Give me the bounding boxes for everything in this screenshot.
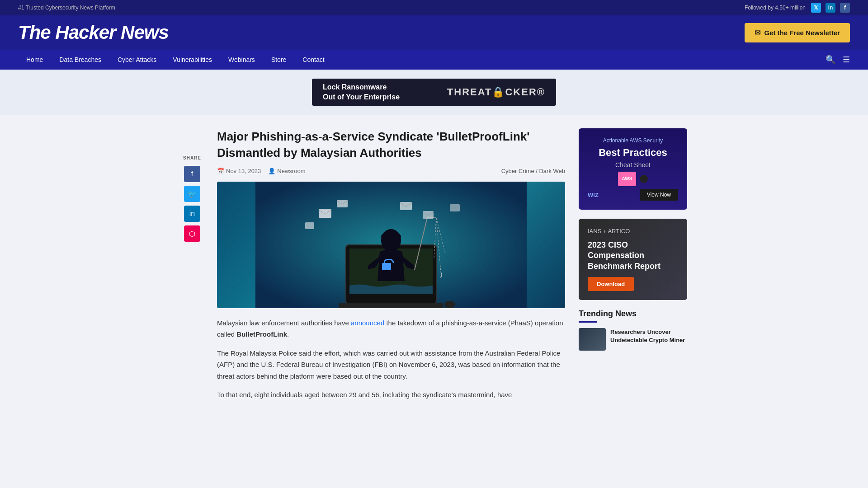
article-section: Major Phishing-as-a-Service Syndicate 'B… [217, 128, 565, 408]
trending-section: Trending News Researchers Uncover Undete… [579, 309, 687, 351]
banner-area: Lock RansomwareOut of Your Enterprise TH… [0, 70, 868, 115]
share-label: SHARE [183, 155, 201, 160]
article-image [217, 182, 565, 308]
trending-divider [579, 321, 597, 323]
sidebar: Actionable AWS Security Best Practices C… [579, 128, 687, 408]
svg-rect-16 [450, 204, 460, 211]
main-nav: Home Data Breaches Cyber Attacks Vulnera… [0, 50, 868, 70]
nav-store[interactable]: Store [263, 50, 294, 70]
linkedin-icon[interactable]: in [826, 3, 835, 13]
aws-ad-box[interactable]: Actionable AWS Security Best Practices C… [579, 128, 687, 210]
wiz-badge: WIZ [588, 192, 599, 198]
article-date: 📅 Nov 13, 2023 [217, 168, 261, 174]
aws-footer: WIZ View Now [588, 189, 678, 201]
svg-rect-14 [400, 202, 412, 210]
share-linkedin-button[interactable]: in [184, 206, 200, 222]
download-button[interactable]: Download [588, 277, 634, 291]
banner-ad-brand: THREAT🔒CKER® [447, 86, 545, 98]
top-bar-right: Followed by 4.50+ million 𝕏 in f [745, 3, 850, 13]
author-icon: 👤 [268, 168, 275, 174]
main-container: SHARE f 🐦 in ⬡ Major Phishing-as-a-Servi… [163, 128, 705, 408]
nav-links: Home Data Breaches Cyber Attacks Vulnera… [18, 50, 333, 70]
calendar-icon: 📅 [217, 168, 224, 174]
article-title: Major Phishing-as-a-Service Syndicate 'B… [217, 128, 565, 161]
nav-webinars[interactable]: Webinars [220, 50, 263, 70]
share-facebook-button[interactable]: f [184, 166, 200, 182]
ciso-ad-content: IANS + ARTICO 2023 CISO Compensation Ben… [579, 219, 687, 300]
view-now-button[interactable]: View Now [640, 189, 678, 201]
svg-rect-11 [382, 263, 391, 270]
aws-ad-content: Actionable AWS Security Best Practices C… [579, 128, 687, 210]
trending-thumbnail [579, 328, 606, 351]
twitter-icon[interactable]: 𝕏 [811, 3, 821, 13]
article-paragraph-2: The Royal Malaysia Police said the effor… [217, 347, 565, 382]
ciso-title: 2023 CISO Compensation Benchmark Report [588, 240, 678, 272]
site-title[interactable]: The Hacker News [18, 22, 169, 43]
tagline: #1 Trusted Cybersecurity News Platform [18, 5, 115, 11]
article-meta: 📅 Nov 13, 2023 👤 Newsroom Cyber Crime / … [217, 168, 565, 174]
aws-ad-title: Best Practices [599, 147, 667, 159]
nav-cyber-attacks[interactable]: Cyber Attacks [109, 50, 165, 70]
share-sidebar: SHARE f 🐦 in ⬡ [181, 128, 203, 408]
trending-item[interactable]: Researchers Uncover Undetectable Crypto … [579, 328, 687, 351]
article-meta-left: 📅 Nov 13, 2023 👤 Newsroom [217, 168, 305, 174]
svg-point-19 [444, 301, 455, 308]
nav-contact[interactable]: Contact [294, 50, 332, 70]
aws-ad-subtitle: Cheat Sheet [615, 161, 651, 169]
menu-icon[interactable]: ☰ [843, 55, 850, 65]
svg-rect-13 [337, 200, 348, 207]
ciso-ad-box[interactable]: IANS + ARTICO 2023 CISO Compensation Ben… [579, 219, 687, 300]
nav-vulnerabilities[interactable]: Vulnerabilities [165, 50, 220, 70]
nav-home[interactable]: Home [18, 50, 51, 70]
banner-ad-text: Lock RansomwareOut of Your Enterprise [323, 82, 400, 103]
aws-ad-tag: Actionable AWS Security [603, 137, 663, 144]
top-bar: #1 Trusted Cybersecurity News Platform F… [0, 0, 868, 15]
newsletter-button[interactable]: ✉ Get the Free Newsletter [745, 23, 850, 42]
svg-rect-18 [339, 303, 443, 308]
ciso-brands: IANS + ARTICO [588, 228, 678, 235]
svg-rect-15 [423, 211, 434, 219]
social-icons: 𝕏 in f [811, 3, 850, 13]
banner-ad[interactable]: Lock RansomwareOut of Your Enterprise TH… [312, 79, 556, 106]
trending-item-title: Researchers Uncover Undetectable Crypto … [610, 328, 687, 344]
share-other-button[interactable]: ⬡ [184, 225, 200, 242]
aws-illustration: AWS [618, 172, 648, 186]
svg-rect-12 [319, 209, 331, 218]
article-body: Malaysian law enforcement authorities ha… [217, 317, 565, 401]
nav-data-breaches[interactable]: Data Breaches [51, 50, 109, 70]
facebook-icon[interactable]: f [840, 3, 850, 13]
nav-right: 🔍 ☰ [826, 55, 850, 65]
search-icon[interactable]: 🔍 [826, 55, 835, 65]
envelope-icon: ✉ [755, 28, 760, 37]
trending-title: Trending News [579, 309, 687, 319]
article-category[interactable]: Cyber Crime / Dark Web [501, 168, 565, 174]
header: The Hacker News ✉ Get the Free Newslette… [0, 15, 868, 50]
svg-rect-17 [305, 222, 314, 229]
article-illustration [217, 182, 565, 308]
announced-link[interactable]: announced [351, 319, 384, 327]
article-paragraph-3: To that end, eight individuals aged betw… [217, 389, 565, 401]
followers-text: Followed by 4.50+ million [745, 5, 806, 11]
article-author: 👤 Newsroom [268, 168, 305, 174]
article-paragraph-1: Malaysian law enforcement authorities ha… [217, 317, 565, 340]
share-twitter-button[interactable]: 🐦 [184, 186, 200, 202]
newsletter-label: Get the Free Newsletter [764, 29, 840, 37]
